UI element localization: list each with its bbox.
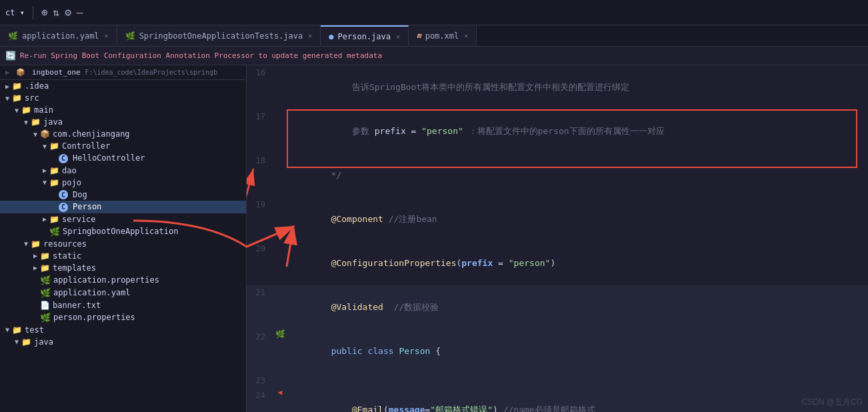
tab-person[interactable]: ● Person.java ✕ xyxy=(321,25,409,46)
tree-appyaml[interactable]: 🌿 application.yaml xyxy=(0,287,246,299)
add-icon[interactable]: ⊕ xyxy=(41,6,48,19)
tree-dog[interactable]: C Dog xyxy=(0,189,246,201)
tree-com[interactable]: ▼ 📦 com.chenjiangang xyxy=(0,128,246,140)
line-num-19: 19 xyxy=(247,197,273,212)
line-content-23 xyxy=(287,373,868,388)
dao-arrow: ▶ xyxy=(40,167,49,174)
info-bar: 🔄 Re-run Spring Boot Configuration Annot… xyxy=(0,47,868,65)
tree-personprops[interactable]: 🌿 person.properties xyxy=(0,311,246,324)
info-message: Re-run Spring Boot Configuration Annotat… xyxy=(20,51,382,60)
banner-icon: 📄 xyxy=(40,301,50,310)
templates-arrow: ▶ xyxy=(31,264,40,271)
templates-label: templates xyxy=(53,263,96,273)
templates-folder-icon: 📁 xyxy=(40,263,50,273)
tree-dao[interactable]: ▶ 📁 dao xyxy=(0,165,246,177)
main-content: ▶ 📦 ingboot_one F:\idea_code\IdeaProject… xyxy=(0,65,868,412)
sync-icon[interactable]: ⇅ xyxy=(53,6,60,19)
code-line-19: 19 @Component //注册bean xyxy=(247,197,868,241)
tab-pom[interactable]: m pom.xml ✕ xyxy=(409,25,477,46)
tree-appprops[interactable]: 🌿 application.properties xyxy=(0,274,246,287)
test-arrow: ▼ xyxy=(3,326,12,333)
pojo-folder-icon: 📁 xyxy=(49,178,59,187)
code-editor[interactable]: 16 告诉SpringBoot将本类中的所有属性和配置文件中相关的配置进行绑定 … xyxy=(247,65,868,412)
toolbar: ct ▾ ⊕ ⇅ ⚙ — xyxy=(0,0,868,25)
static-arrow: ▶ xyxy=(31,252,40,259)
yaml-tab-icon: 🌿 xyxy=(8,31,18,41)
line-num-21: 21 xyxy=(247,285,273,300)
settings-icon[interactable]: ⚙ xyxy=(65,6,71,19)
code-line-16: 16 告诉SpringBoot将本类中的所有属性和配置文件中相关的配置进行绑定 xyxy=(247,65,868,109)
appprops-label: application.properties xyxy=(53,275,159,285)
file-tree: ▶ 📦 ingboot_one F:\idea_code\IdeaProject… xyxy=(0,65,247,412)
controller-label: Controller xyxy=(62,141,110,151)
line-content-18: */ xyxy=(287,153,868,197)
line-num-20: 20 xyxy=(247,241,273,256)
code-line-17: 17 参数 prefix = "person" ：将配置文件中的person下面… xyxy=(247,109,868,153)
toolbar-divider xyxy=(33,6,33,19)
code-line-23: 23 xyxy=(247,373,868,388)
com-label: com.chenjiangang xyxy=(53,129,130,139)
static-folder-icon: 📁 xyxy=(40,251,50,261)
project-name: ▶ 📦 ingboot_one F:\idea_code\IdeaProject… xyxy=(5,68,217,77)
tab-person-label: Person.java xyxy=(338,32,391,41)
line-content-17: 参数 prefix = "person" ：将配置文件中的person下面的所有… xyxy=(287,109,868,153)
tree-controller[interactable]: ▼ 📁 Controller xyxy=(0,140,246,152)
line-content-21: @Validated //数据校验 xyxy=(287,285,868,329)
tree-pojo[interactable]: ▼ 📁 pojo xyxy=(0,177,246,189)
pom-tab-icon: m xyxy=(417,31,421,40)
person-icon: C xyxy=(59,202,68,212)
idea-folder-icon: 📁 xyxy=(12,81,22,91)
testjava-label: java xyxy=(34,337,53,347)
tree-main[interactable]: ▼ 📁 main xyxy=(0,104,246,116)
dao-folder-icon: 📁 xyxy=(49,166,59,175)
tree-idea[interactable]: ▶ 📁 .idea xyxy=(0,80,246,92)
project-label[interactable]: ct ▾ xyxy=(5,8,25,17)
main-label: main xyxy=(34,105,53,115)
tree-testjava[interactable]: ▼ 📁 java xyxy=(0,336,246,348)
code-line-24: 24 ◀ @Email(message="邮箱格式错误") //name必须是邮… xyxy=(247,388,868,412)
main-arrow: ▼ xyxy=(12,107,21,114)
line-num-24: 24 xyxy=(247,388,273,403)
tree-person[interactable]: C Person xyxy=(0,201,246,213)
main-folder-icon: 📁 xyxy=(21,105,31,115)
code-line-18: 18 */ xyxy=(247,153,868,197)
banner-label: banner.txt xyxy=(53,301,101,310)
hellocontroller-icon: C xyxy=(59,153,68,163)
tree-test[interactable]: ▼ 📁 test xyxy=(0,324,246,336)
controller-folder-icon: 📁 xyxy=(49,141,59,151)
tab-yaml[interactable]: 🌿 application.yaml ✕ xyxy=(0,25,117,46)
line-num-16: 16 xyxy=(247,65,273,80)
tree-src[interactable]: ▼ 📁 src xyxy=(0,92,246,104)
tab-bar: 🌿 application.yaml ✕ 🌿 SpringbootOneAppl… xyxy=(0,25,868,47)
java-label: java xyxy=(43,117,63,127)
line-content-22: public class Person { xyxy=(287,329,868,373)
tree-service[interactable]: ▶ 📁 service xyxy=(0,213,246,225)
line-content-19: @Component //注册bean xyxy=(287,197,868,241)
minimize-icon[interactable]: — xyxy=(77,6,83,19)
com-package-icon: 📦 xyxy=(40,129,50,139)
tree-hellocontroller[interactable]: C HelloController xyxy=(0,152,246,165)
tab-test-label: SpringbootOneApplicationTests.java xyxy=(139,31,303,41)
tree-templates[interactable]: ▶ 📁 templates xyxy=(0,262,246,274)
code-line-22: 22 🌿 public class Person { xyxy=(247,329,868,373)
tab-pom-label: pom.xml xyxy=(425,31,459,41)
src-folder-icon: 📁 xyxy=(12,93,22,103)
person-tab-icon: ● xyxy=(329,32,333,41)
tab-test-close[interactable]: ✕ xyxy=(308,32,312,39)
line-num-22: 22 xyxy=(247,329,273,344)
project-header: ▶ 📦 ingboot_one F:\idea_code\IdeaProject… xyxy=(0,65,246,80)
tree-java[interactable]: ▼ 📁 java xyxy=(0,116,246,128)
tab-yaml-close[interactable]: ✕ xyxy=(105,32,109,39)
tree-static[interactable]: ▶ 📁 static xyxy=(0,250,246,262)
tab-pom-close[interactable]: ✕ xyxy=(464,32,468,39)
code-line-20: 20 @ConfigurationProperties(prefix = "pe… xyxy=(247,241,868,285)
dao-label: dao xyxy=(62,166,77,175)
tree-banner[interactable]: 📄 banner.txt xyxy=(0,299,246,311)
tree-springbootapp[interactable]: 🌿 SpringbootOneApplication xyxy=(0,225,246,238)
tree-resources[interactable]: ▼ 📁 resources xyxy=(0,238,246,250)
pojo-label: pojo xyxy=(62,178,81,187)
test-folder-icon: 📁 xyxy=(12,325,22,335)
line-num-23: 23 xyxy=(247,373,273,388)
tab-test[interactable]: 🌿 SpringbootOneApplicationTests.java ✕ xyxy=(117,25,321,46)
tab-person-close[interactable]: ✕ xyxy=(396,33,400,40)
